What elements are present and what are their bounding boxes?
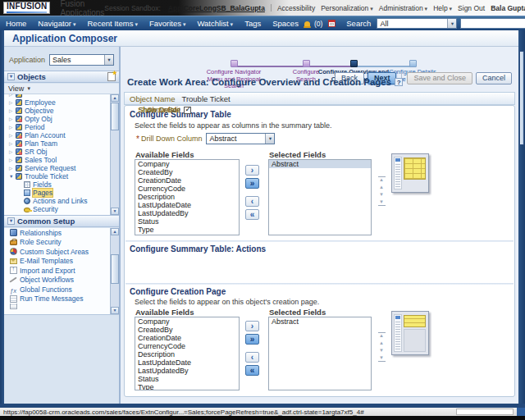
expand-icon[interactable] [9,157,16,163]
list-item[interactable]: Abstract [269,160,371,168]
common-setup-item[interactable]: Global Functions [4,285,110,294]
search-input[interactable] [460,18,525,29]
collapse-icon[interactable]: ▾ [7,217,15,225]
nav-menu-item[interactable]: Watchlist [191,19,239,28]
list-item[interactable]: CreatedBy [135,326,239,334]
nav-menu-item[interactable]: Tags [239,19,267,28]
list-item[interactable]: Company [135,317,239,326]
common-setup-item[interactable]: Custom Subject Areas [4,247,110,257]
expand-icon[interactable] [9,173,16,180]
expand-icon[interactable] [9,140,16,147]
move-to-top-icon[interactable]: ▲ [378,332,386,339]
common-setup-scrollbar[interactable]: ▲ ▼ [110,228,119,314]
user-name[interactable]: Bala Gupta [491,4,525,12]
move-right-button[interactable] [245,165,259,176]
drill-down-column-select[interactable]: Abstract ▼ [206,133,275,144]
application-select[interactable]: Sales ▼ [49,54,114,66]
move-right-button[interactable] [245,321,259,331]
common-setup-item[interactable] [4,304,110,313]
summary-available-fields-list[interactable]: CompanyCreatedByCreationDateCurrencyCode… [135,159,240,235]
list-item[interactable]: CreatedBy [135,168,239,176]
expand-icon[interactable] [9,116,16,122]
view-menu[interactable]: View ▼ [4,84,119,94]
common-setup-item[interactable]: E-Mail Templates [4,257,110,267]
scroll-up-icon[interactable]: ▲ [111,228,119,235]
move-to-bottom-icon[interactable]: ▼ [378,355,386,362]
list-item[interactable]: LastUpdateDate [135,358,239,367]
list-item[interactable]: CurrencyCode [135,185,239,193]
global-header-link[interactable]: Administration [379,4,427,12]
expand-icon[interactable] [9,148,16,155]
chevron-down-icon[interactable]: ▼ [447,19,456,28]
move-up-icon[interactable]: ▲ [378,340,386,346]
global-header-link[interactable]: Sign Out [458,4,485,12]
scroll-down-icon[interactable]: ▼ [111,208,119,215]
train-step-marker[interactable] [303,60,310,67]
move-up-icon[interactable]: ▲ [378,185,386,190]
nav-menu-item[interactable]: Navigator [32,19,81,28]
tree-child-item[interactable]: Actions and Links [4,197,110,205]
tree-item[interactable]: Opty Obj [4,115,110,123]
move-down-icon[interactable]: ▼ [378,348,386,354]
train-step-marker[interactable] [231,60,238,67]
window-scrollbar[interactable] [519,51,524,145]
nav-menu-item[interactable]: Favorites [144,19,192,28]
list-item[interactable]: LastUpdateDate [135,201,239,209]
expand-icon[interactable] [9,99,16,106]
tree-item[interactable]: Service Request [4,164,110,172]
summary-selected-fields-list[interactable]: Abstract [268,159,372,235]
tree-child-item[interactable]: Security [4,205,110,213]
creation-selected-fields-list[interactable]: Abstract [268,317,372,390]
tree-item[interactable]: Period [4,123,110,131]
move-to-top-icon[interactable]: ▲ [378,176,386,183]
move-left-button[interactable] [245,352,259,363]
creation-available-fields-list[interactable]: CompanyCreatedByCreationDateCurrencyCode… [135,317,240,390]
nav-menu-item[interactable]: Recent Items [81,19,143,28]
help-icon[interactable]: ? [395,78,403,86]
common-setup-item[interactable]: Run Time Messages [4,294,110,304]
cancel-button[interactable]: Cancel [476,72,512,84]
common-setup-panel-header[interactable]: ▾ Common Setup [4,215,119,227]
nav-menu-item[interactable]: Home [0,19,32,28]
chevron-down-icon[interactable]: ▼ [265,134,274,144]
chevron-down-icon[interactable]: ▼ [104,55,113,65]
train-step-marker[interactable] [350,60,358,67]
nav-menu-item[interactable]: Spaces [267,19,304,28]
move-all-left-button[interactable] [245,209,259,220]
move-all-right-button[interactable] [245,178,259,189]
common-setup-item[interactable]: Relationships [4,228,110,238]
list-item[interactable]: Type [135,383,239,390]
objects-panel-header[interactable]: ▾ Objects [4,71,119,83]
train-step-marker[interactable] [409,60,417,67]
calendar-icon[interactable] [328,20,336,27]
list-item[interactable]: LastUpdatedBy [135,209,239,217]
common-setup-item[interactable]: Object Workflows [4,276,110,285]
expand-icon[interactable] [9,107,16,114]
move-to-bottom-icon[interactable]: ▼ [378,199,386,206]
expand-icon[interactable] [9,165,16,171]
list-item[interactable]: LastUpdatedBy [135,367,239,375]
global-header-link[interactable]: Help [433,4,452,12]
tree-item[interactable]: Sales Tool [4,156,110,164]
scroll-up-icon[interactable]: ▲ [111,94,119,102]
tree-child-item[interactable]: Pages [4,189,110,197]
scrollbar-thumb[interactable] [111,103,119,130]
global-header-link[interactable]: Personalization [321,4,373,12]
list-item[interactable]: Type [135,226,239,234]
tree-item[interactable]: Employee [4,98,110,107]
tree-item[interactable]: Plan Team [4,139,110,148]
list-item[interactable]: CurrencyCode [135,342,239,350]
scroll-down-icon[interactable]: ▼ [111,307,119,314]
list-item[interactable]: Company [135,160,239,168]
scrollbar-thumb[interactable] [111,254,119,284]
move-left-button[interactable] [245,196,259,207]
list-item[interactable]: Description [135,193,239,201]
tree-item[interactable]: SR Obj [4,148,110,156]
collapse-icon[interactable]: ▾ [7,73,15,80]
list-item[interactable]: Status [135,217,239,226]
move-all-right-button[interactable] [245,334,259,345]
session-sandbox-link[interactable]: ApplCoreLongSB_BalaGupta [168,4,265,12]
tree-child-item[interactable]: Fields [4,180,110,189]
tree-scrollbar[interactable]: ▲ ▼ [110,94,119,215]
search-scope-select[interactable]: All ▼ [377,18,457,29]
